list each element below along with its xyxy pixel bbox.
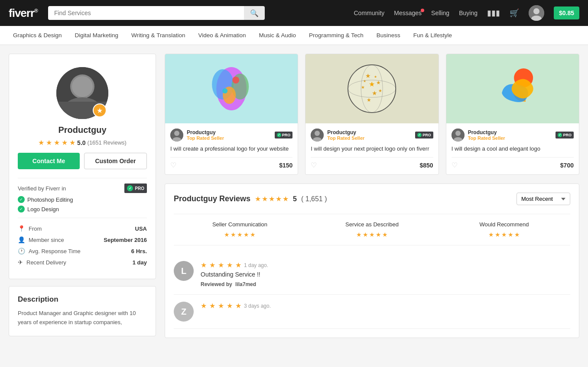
description-text: Product Manager and Graphic designer wit… [18, 309, 147, 327]
reviews-section: Productguy Reviews ★ ★ ★ ★ ★ 5 ( 1,651 )… [165, 184, 579, 338]
gig-footer-1: ♡ $850 [311, 157, 433, 169]
rev-star3: ★ [269, 195, 275, 203]
star4: ★ [62, 138, 68, 147]
gig-footer-0: ♡ $150 [170, 157, 292, 169]
svg-text:★: ★ [365, 72, 371, 79]
seller-info-2: Productguy Top Rated Seller [468, 129, 552, 141]
gig-card-2[interactable]: Productguy Top Rated Seller ✓ PRO I will… [446, 54, 579, 175]
seller-name-0: Productguy [187, 129, 271, 135]
custom-order-button[interactable]: Custom Order [84, 153, 147, 169]
cat-graphics[interactable]: Graphics & Design [13, 26, 62, 45]
gig-card-1[interactable]: ★ ★ ★ ★ ★ ★ ★ ★ ★ [305, 54, 439, 175]
reviewer-avatar-1: Z [174, 302, 194, 322]
rev-star2: ★ [262, 195, 268, 203]
cat-programming[interactable]: Programming & Tech [309, 26, 364, 45]
heart-icon-0[interactable]: ♡ [170, 161, 176, 169]
avatar[interactable] [529, 5, 544, 21]
gig-body-0: Productguy Top Rated Seller ✓ PRO I will… [165, 123, 298, 174]
svg-text:★: ★ [361, 85, 365, 90]
review-time-1: 3 days ago. [244, 303, 271, 309]
balance-button[interactable]: $0.85 [554, 6, 579, 19]
rating-cat-name-2: Would Recommend [480, 221, 529, 228]
cat-writing[interactable]: Writing & Translation [131, 26, 185, 45]
cart-icon[interactable]: 🛒 [510, 8, 519, 18]
member-since-value: September 2016 [104, 237, 147, 243]
pro-tag-0: ✓ PRO [275, 132, 293, 138]
rating-row: ★ ★ ★ ★ ★ 5.0 (1651 Reviews) [38, 138, 127, 147]
mini-stars-1: ★ ★ ★ ★ ★ [356, 231, 388, 238]
gig-price-1: $850 [420, 162, 433, 169]
gig-body-1: Productguy Top Rated Seller ✓ PRO I will… [305, 123, 438, 174]
contact-me-button[interactable]: Contact Me [18, 153, 80, 169]
cat-business[interactable]: Business [377, 26, 400, 45]
pro-check-1: ✓ [417, 133, 422, 137]
svg-point-6 [72, 76, 93, 97]
sort-select[interactable]: Most Recent Most Relevant Top Reviews [517, 193, 570, 205]
right-content: Productguy Top Rated Seller ✓ PRO I will… [165, 54, 579, 338]
reviews-count-big: ( 1,651 ) [301, 195, 327, 203]
seller-badge-2: Top Rated Seller [468, 135, 552, 141]
reviewer-avatar-0: L [174, 261, 194, 281]
svg-point-14 [222, 88, 227, 93]
verified-item-photoshop: ✓ Photoshop Editing [18, 196, 147, 203]
svg-text:★: ★ [363, 79, 366, 83]
seller-badge-1: Top Rated Seller [327, 135, 412, 141]
person-icon: 👤 [18, 236, 25, 243]
verified-item-logo: ✓ Logo Design [18, 206, 147, 212]
rating-cat-name-1: Service as Described [345, 221, 399, 228]
svg-text:★: ★ [369, 80, 375, 88]
profile-sidebar: ★ Productguy ★ ★ ★ ★ ★ 5.0 (1651 Reviews… [9, 54, 156, 336]
gig-image-0 [165, 54, 298, 123]
seller-badge-0: Top Rated Seller [187, 135, 271, 141]
description-card: Description Product Manager and Graphic … [9, 286, 156, 336]
cat-music[interactable]: Music & Audio [259, 26, 296, 45]
nav-buying[interactable]: Buying [459, 10, 478, 16]
rating-cat-recommend: Would Recommend ★ ★ ★ ★ ★ [438, 221, 570, 238]
analytics-icon[interactable]: ▮▮▮ [487, 8, 500, 18]
search-button[interactable]: 🔍 [244, 6, 265, 20]
cat-digital-marketing[interactable]: Digital Marketing [75, 26, 119, 45]
seller-info-1: Productguy Top Rated Seller [327, 129, 412, 141]
seller-name-2: Productguy [468, 129, 552, 135]
cat-video[interactable]: Video & Animation [198, 26, 246, 45]
svg-text:★: ★ [374, 75, 377, 79]
rev-star5: ★ [283, 195, 289, 203]
rev-star4: ★ [276, 195, 282, 203]
star5: ★ [69, 138, 75, 147]
heart-icon-2[interactable]: ♡ [452, 161, 458, 169]
search-input[interactable] [48, 6, 244, 20]
pro-check-0: ✓ [277, 133, 281, 137]
verified-section: Verified by Fiverr in ✓ PRO ✓ Photoshop … [18, 178, 147, 215]
gig-seller-row-2: Productguy Top Rated Seller ✓ PRO [452, 129, 574, 142]
svg-point-1 [533, 8, 539, 14]
svg-point-33 [315, 131, 320, 136]
location-icon: 📍 [18, 225, 25, 232]
rating-cat-service: Service as Described ★ ★ ★ ★ ★ [306, 221, 438, 238]
rating-cat-communication: Seller Communication ★ ★ ★ ★ ★ [174, 221, 306, 238]
seller-info-0: Productguy Top Rated Seller [187, 129, 271, 141]
rating-number: 5.0 [77, 139, 85, 146]
review-time-0: 1 day ago. [244, 262, 268, 268]
nav-selling[interactable]: Selling [431, 10, 449, 16]
nav-community[interactable]: Community [354, 10, 385, 16]
reviewed-by-0: Reviewed by lila7med [201, 281, 570, 287]
nav-messages[interactable]: Messages [394, 10, 422, 16]
heart-icon-1[interactable]: ♡ [311, 161, 317, 169]
fiverr-logo[interactable]: fiverr® [9, 6, 38, 20]
info-from: 📍 From USA [18, 225, 147, 232]
gig-seller-row-1: Productguy Top Rated Seller ✓ PRO [311, 129, 433, 142]
info-member-since: 👤 Member since September 2016 [18, 236, 147, 243]
gig-image-1: ★ ★ ★ ★ ★ ★ ★ ★ ★ [305, 54, 438, 123]
review-item-0: L ★ ★ ★ ★ ★ 1 day ago. Outstanding Servi… [174, 254, 570, 295]
seller-name-1: Productguy [327, 129, 412, 135]
cat-lifestyle[interactable]: Fun & Lifestyle [413, 26, 452, 45]
reviews-score: 5 [293, 195, 297, 203]
delivery-icon: ✈ [18, 259, 23, 266]
profile-name: Productguy [58, 125, 106, 135]
star2: ★ [46, 138, 52, 147]
seller-avatar-1 [311, 129, 324, 142]
gig-title-2: I will design a cool and elegant logo [452, 145, 574, 153]
gig-card-0[interactable]: Productguy Top Rated Seller ✓ PRO I will… [165, 54, 298, 175]
reviews-count: (1651 Reviews) [88, 139, 127, 146]
review-text-0: Outstanding Service !! [201, 271, 570, 278]
